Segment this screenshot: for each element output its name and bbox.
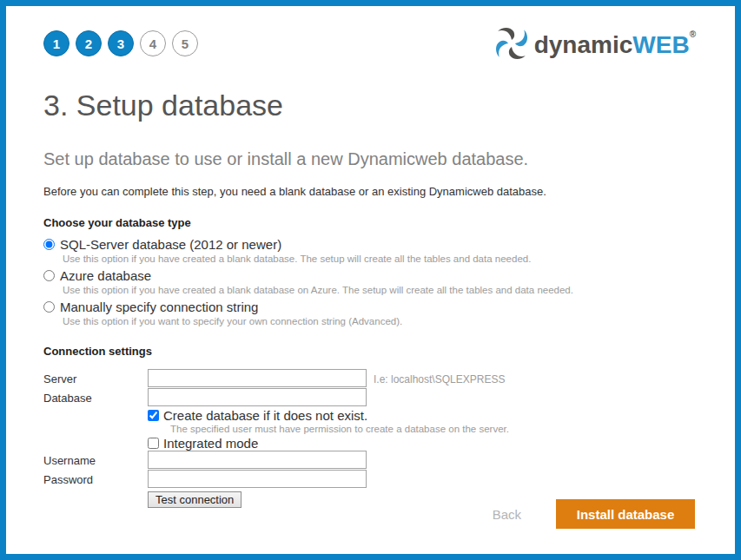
username-input[interactable] [148, 451, 367, 469]
logo-text-dynamic: dynamic [534, 31, 633, 58]
password-label: Password [43, 470, 148, 486]
step-5: 5 [172, 30, 198, 56]
radio-sql-server-label: SQL-Server database (2012 or newer) [60, 237, 281, 252]
database-type-options: SQL-Server database (2012 or newer) Use … [43, 237, 698, 326]
wizard-footer: Back Install database [493, 499, 695, 529]
radio-azure-description: Use this option if you have created a bl… [63, 285, 698, 295]
create-database-checkbox[interactable] [148, 410, 159, 421]
radio-option-sql-server[interactable]: SQL-Server database (2012 or newer) [43, 237, 698, 252]
step-1-label: 1 [53, 36, 60, 51]
step-indicator: 1 2 3 4 5 [43, 30, 198, 56]
radio-option-manual-connection[interactable]: Manually specify connection string [43, 300, 698, 314]
connection-settings-form: Server I.e: localhost\SQLEXPRESS Databas… [43, 369, 698, 508]
page-subtitle: Set up database to use or install a new … [43, 149, 698, 169]
server-input[interactable] [148, 369, 367, 387]
dynamicweb-logo: dynamicWEB® [495, 27, 696, 60]
server-row: Server I.e: localhost\SQLEXPRESS [43, 369, 698, 387]
password-input[interactable] [148, 470, 367, 488]
database-type-heading: Choose your database type [43, 216, 698, 229]
page-title: 3. Setup database [43, 89, 698, 122]
wizard-content: 1 2 3 4 5 dynamicWEB® 3. Setup database … [6, 6, 735, 508]
setup-wizard-window: { "colors": { "frame_blue": "#0b82c6", "… [0, 0, 741, 560]
step-1: 1 [43, 30, 69, 56]
integrated-mode-checkbox-row[interactable]: Integrated mode [148, 436, 698, 451]
radio-manual-connection-input[interactable] [43, 301, 55, 313]
logo-text-web: WEB [632, 31, 689, 58]
username-label: Username [43, 451, 148, 467]
radio-option-azure[interactable]: Azure database [43, 268, 698, 283]
wizard-header: 1 2 3 4 5 dynamicWEB® [43, 27, 698, 60]
install-database-button[interactable]: Install database [556, 499, 695, 529]
database-input[interactable] [148, 388, 367, 406]
logo-registered-mark: ® [690, 30, 696, 39]
back-button[interactable]: Back [493, 507, 521, 522]
step-2-label: 2 [85, 36, 92, 51]
radio-sql-server-description: Use this option if you have created a bl… [63, 254, 698, 264]
create-database-checkbox-row[interactable]: Create database if it does not exist. [148, 408, 698, 423]
radio-azure-label: Azure database [60, 268, 151, 283]
step-4-label: 4 [149, 36, 156, 51]
radio-manual-connection-label: Manually specify connection string [60, 300, 258, 314]
step-2: 2 [76, 30, 102, 56]
create-database-help: The specified user must have permission … [170, 424, 698, 434]
test-connection-button[interactable]: Test connection [148, 491, 241, 508]
step-4: 4 [140, 30, 166, 56]
integrated-mode-label: Integrated mode [163, 436, 258, 451]
username-row: Username [43, 451, 698, 469]
intro-text: Before you can complete this step, you n… [43, 185, 698, 198]
integrated-mode-checkbox[interactable] [148, 438, 159, 449]
create-database-label: Create database if it does not exist. [163, 408, 367, 423]
password-row: Password [43, 470, 698, 488]
radio-manual-connection-description: Use this option if you want to specify y… [63, 316, 698, 326]
step-3: 3 [108, 30, 134, 56]
step-5-label: 5 [182, 36, 189, 51]
dynamicweb-logo-text: dynamicWEB® [534, 30, 696, 57]
server-hint: I.e: localhost\SQLEXPRESS [374, 369, 505, 385]
radio-azure-input[interactable] [43, 270, 55, 281]
radio-sql-server-input[interactable] [43, 239, 55, 250]
server-label: Server [43, 369, 148, 385]
connection-settings-heading: Connection settings [43, 345, 698, 358]
database-label: Database [43, 388, 148, 405]
dynamicweb-pinwheel-icon [495, 27, 528, 60]
database-row: Database [43, 388, 698, 406]
step-3-label: 3 [117, 36, 124, 51]
